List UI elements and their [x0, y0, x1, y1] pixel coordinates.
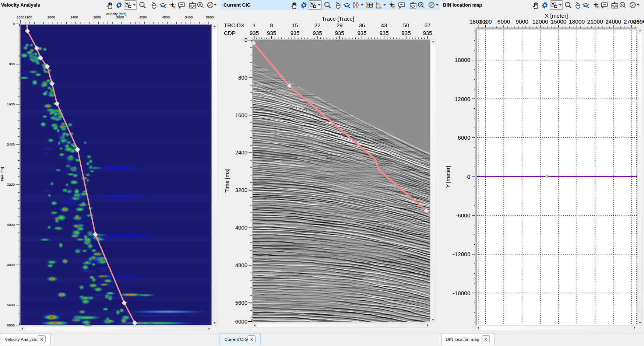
- svg-text:2400: 2400: [7, 142, 15, 146]
- svg-text:800: 800: [9, 62, 15, 66]
- svg-text:0: 0: [13, 22, 15, 26]
- svg-text:8: 8: [270, 22, 273, 28]
- svg-text:935: 935: [423, 30, 432, 36]
- svg-text:6000: 6000: [235, 318, 247, 325]
- svg-text:-12000: -12000: [453, 251, 471, 257]
- svg-text:935: 935: [357, 30, 366, 36]
- svg-text:935: 935: [313, 30, 322, 36]
- svg-text:800: 800: [238, 74, 247, 81]
- svg-text:4800: 4800: [162, 15, 170, 19]
- svg-text:935: 935: [335, 30, 344, 36]
- svg-text:3600: 3600: [116, 15, 124, 19]
- svg-text:1600: 1600: [235, 112, 247, 118]
- svg-text:1200: 1200: [24, 15, 32, 19]
- svg-text:43: 43: [381, 22, 387, 28]
- svg-text:TRCIDX: TRCIDX: [224, 22, 244, 28]
- svg-text:1800: 1800: [47, 15, 55, 19]
- svg-text:Trace [Trace]: Trace [Trace]: [322, 15, 354, 22]
- svg-text:Time [ms]: Time [ms]: [224, 168, 230, 192]
- svg-text:935: 935: [267, 30, 276, 36]
- svg-text:3200: 3200: [235, 187, 247, 193]
- svg-text:2400: 2400: [235, 149, 247, 155]
- svg-text:12000: 12000: [454, 96, 470, 102]
- svg-text:935: 935: [379, 30, 388, 36]
- svg-text:-18000: -18000: [453, 290, 471, 296]
- svg-text:4200: 4200: [139, 15, 147, 19]
- svg-text:57: 57: [425, 22, 431, 28]
- svg-text:4000: 4000: [235, 224, 247, 231]
- svg-text:-6000: -6000: [456, 212, 471, 219]
- svg-text:6000: 6000: [458, 134, 471, 141]
- svg-text:X: X: [40, 337, 43, 342]
- svg-text:BIN location map: BIN location map: [446, 337, 479, 342]
- svg-text:3200: 3200: [7, 182, 15, 186]
- svg-text:29: 29: [337, 22, 343, 28]
- svg-text:5600: 5600: [7, 303, 15, 307]
- svg-text:-0: -0: [465, 174, 471, 180]
- svg-text:18000: 18000: [569, 18, 585, 25]
- svg-text:4000: 4000: [7, 223, 15, 227]
- svg-text:50: 50: [403, 22, 409, 28]
- svg-text:4800: 4800: [235, 262, 247, 268]
- svg-text:3000: 3000: [93, 15, 101, 19]
- svg-text:X [meter]: X [meter]: [545, 13, 568, 19]
- svg-text:935: 935: [290, 30, 299, 36]
- svg-text:Velocity Analysis: Velocity Analysis: [5, 337, 37, 342]
- svg-text:15: 15: [292, 22, 298, 28]
- svg-text:6000: 6000: [7, 323, 15, 327]
- svg-text:Time [ms]: Time [ms]: [0, 167, 4, 181]
- svg-text:X: X: [484, 337, 488, 342]
- svg-text:Y [meter]: Y [meter]: [445, 166, 451, 188]
- svg-text:24000: 24000: [605, 18, 621, 25]
- svg-text:15000: 15000: [550, 18, 566, 25]
- svg-text:1801.8: 1801.8: [469, 18, 487, 25]
- svg-text:1600: 1600: [7, 102, 15, 106]
- svg-text:5600: 5600: [235, 300, 247, 306]
- svg-text:X: X: [250, 337, 253, 342]
- svg-text:5950: 5950: [206, 15, 214, 19]
- svg-text:2400: 2400: [70, 15, 78, 19]
- svg-text:6000: 6000: [497, 18, 510, 25]
- svg-text:CDP: CDP: [224, 30, 236, 36]
- svg-text:935: 935: [250, 30, 259, 36]
- svg-text:4800: 4800: [7, 263, 15, 267]
- svg-text:12000: 12000: [532, 18, 548, 25]
- svg-text:0: 0: [244, 37, 247, 43]
- svg-text:9000: 9000: [515, 18, 528, 25]
- svg-text:Velocity Analysis: Velocity Analysis: [1, 2, 40, 8]
- svg-text:1: 1: [253, 22, 256, 28]
- svg-text:5400: 5400: [185, 15, 193, 19]
- svg-text:1000: 1000: [17, 15, 24, 19]
- svg-text:Current CIG: Current CIG: [224, 2, 251, 8]
- svg-text:28969.9: 28969.9: [633, 18, 644, 25]
- svg-text:21000: 21000: [587, 18, 603, 25]
- svg-text:22: 22: [314, 22, 321, 28]
- svg-text:BIN location map: BIN location map: [443, 2, 482, 8]
- svg-text:36: 36: [359, 22, 365, 28]
- svg-text:18000: 18000: [454, 57, 470, 63]
- svg-text:935: 935: [401, 30, 411, 36]
- svg-text:Current CIG: Current CIG: [225, 337, 248, 342]
